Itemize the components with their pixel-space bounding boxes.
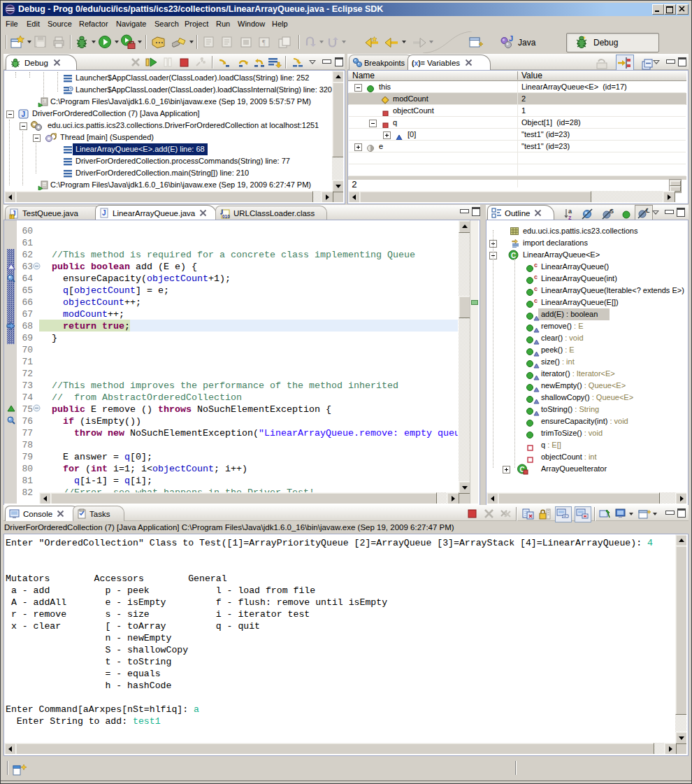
svg-text:J: J [509, 35, 513, 43]
svg-text:J: J [22, 111, 26, 118]
svg-text:!: ! [10, 214, 12, 219]
svg-text:¶: ¶ [262, 38, 266, 46]
svg-text:J: J [102, 209, 106, 217]
svg-text:010: 010 [222, 213, 230, 218]
